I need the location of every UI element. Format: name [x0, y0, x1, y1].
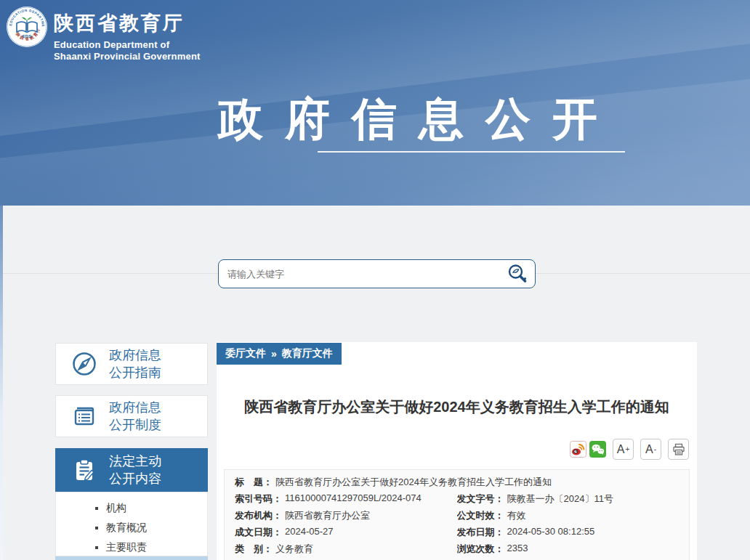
search-input[interactable] [219, 269, 500, 280]
breadcrumb: 委厅文件 » 教育厅文件 [217, 343, 342, 365]
sidebar-item-guide[interactable]: 政府信息 公开指南 [55, 343, 208, 385]
printer-icon [672, 443, 685, 456]
seal-abbr-text: EDS [23, 34, 31, 38]
meta-row-dates: 成文日期： 2024-05-27 发布日期： 2024-05-30 08:12:… [235, 524, 679, 540]
org-name-en-line1: Education Department of [54, 39, 201, 51]
article-title: 陕西省教育厅办公室关于做好2024年义务教育招生入学工作的通知 [217, 397, 697, 417]
bullet-icon [95, 546, 98, 549]
wechat-share-icon[interactable] [589, 441, 606, 458]
header-banner: EDUCATION DEPARTMENT OF SHAANXI 陕西省教育厅 E… [0, 0, 750, 206]
title-underline [318, 151, 625, 153]
sidebar-bottom-strip [55, 556, 208, 560]
org-name-en: Education Department of Shaanxi Provinci… [54, 39, 201, 62]
document-meta-table: 标 题： 陕西省教育厅办公室关于做好2024年义务教育招生入学工作的通知 索引号… [224, 469, 690, 560]
sidebar-subitem-org[interactable]: 机构 [56, 498, 207, 518]
meta-row-publisher: 发布机构： 陕西省教育厅办公室 公文时效： 有效 [235, 507, 679, 524]
sidebar-subitem-duties[interactable]: 主要职责 [56, 537, 207, 557]
article-toolbar: A+ A- [567, 439, 689, 460]
article-panel: 委厅文件 » 教育厅文件 陕西省教育厅办公室关于做好2024年义务教育招生入学工… [217, 342, 697, 560]
font-decrease-button[interactable]: A- [640, 439, 661, 460]
sidebar-item-rules[interactable]: 政府信息 公开制度 [55, 395, 208, 437]
search-button[interactable] [500, 260, 535, 288]
sidebar-item-label: 法定主动 公开内容 [109, 453, 161, 488]
search-icon [506, 262, 529, 285]
org-name-en-line2: Shaanxi Provincial Government [54, 51, 201, 62]
sidebar-item-disclosure[interactable]: 法定主动 公开内容 [55, 448, 208, 492]
page: EDUCATION DEPARTMENT OF SHAANXI 陕西省教育厅 E… [0, 0, 750, 560]
clipboard-pencil-icon [70, 456, 98, 484]
left-edge-decor [0, 206, 3, 560]
sidebar-item-label: 政府信息 公开指南 [109, 346, 161, 382]
meta-row-index: 索引号码： 11610000741297059L/2024-074 发文字号： … [235, 490, 679, 507]
sidebar-submenu: 机构 教育概况 主要职责 [55, 492, 208, 556]
meta-row-title: 标 题： 陕西省教育厅办公室关于做好2024年义务教育招生入学工作的通知 [235, 474, 679, 490]
breadcrumb-parent-link[interactable]: 委厅文件 [225, 347, 266, 360]
meta-row-category: 类 别： 义务教育 浏览次数： 2353 [235, 540, 679, 557]
bullet-icon [95, 507, 98, 510]
search-bar [218, 259, 536, 288]
document-list-icon [70, 402, 98, 430]
breadcrumb-separator: » [271, 348, 277, 360]
sidebar-item-label: 政府信息 公开制度 [109, 399, 161, 434]
breadcrumb-current-link[interactable]: 教育厅文件 [282, 347, 333, 360]
org-name-zh: 陕西省教育厅 [54, 10, 201, 36]
bullet-icon [95, 527, 98, 529]
sidebar-subitem-overview[interactable]: 教育概况 [56, 518, 207, 537]
print-button[interactable] [668, 439, 689, 460]
org-name-block: 陕西省教育厅 Education Department of Shaanxi P… [54, 10, 201, 62]
department-seal-logo[interactable]: EDUCATION DEPARTMENT OF SHAANXI 陕西省教育厅 E… [6, 6, 48, 48]
weibo-share-icon[interactable] [570, 441, 586, 458]
page-title: 政府信息公开 [206, 89, 632, 150]
font-increase-button[interactable]: A+ [613, 439, 634, 460]
compass-icon [70, 350, 98, 378]
